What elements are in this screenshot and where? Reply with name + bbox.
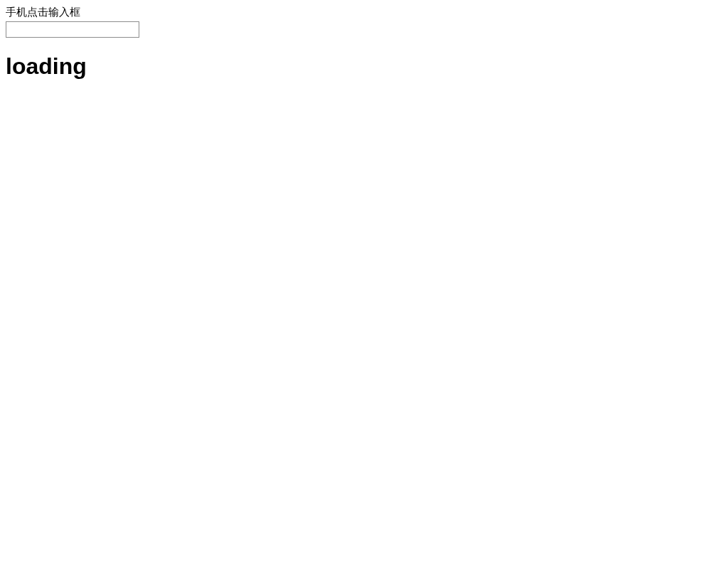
text-input[interactable] — [6, 21, 139, 38]
input-label: 手机点击输入框 — [6, 6, 722, 18]
loading-heading: loading — [6, 53, 722, 80]
input-container — [6, 21, 722, 38]
